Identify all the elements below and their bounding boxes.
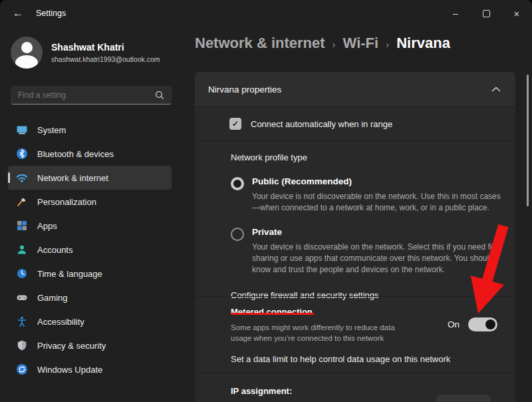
close-button[interactable]: ×	[501, 0, 532, 27]
toggle-knob	[485, 319, 495, 329]
user-email: shashwat.khatri1993@outlook.com	[51, 55, 160, 63]
sidebar-item-privacy-security[interactable]: Privacy & security	[8, 333, 172, 357]
breadcrumb: Network & internet › Wi-Fi › Nirvana	[195, 35, 450, 52]
system-icon	[16, 124, 28, 136]
avatar	[11, 37, 43, 69]
bluetooth-icon	[16, 148, 28, 160]
windows-update-icon	[16, 363, 28, 375]
check-icon: ✓	[232, 119, 239, 128]
connect-automatically-label[interactable]: Connect automatically when in range	[251, 119, 392, 129]
breadcrumb-network-internet[interactable]: Network & internet	[195, 35, 325, 52]
sidebar-item-accounts[interactable]: Accounts	[8, 238, 172, 262]
metered-toggle-group: On	[448, 317, 497, 331]
private-profile-option: Private Your device is discoverable on t…	[231, 227, 502, 275]
chevron-up-icon	[491, 87, 501, 92]
minimize-button[interactable]: –	[440, 0, 471, 27]
close-icon: ×	[514, 8, 520, 19]
maximize-icon	[483, 10, 490, 17]
sidebar-item-windows-update[interactable]: Windows Update	[8, 357, 172, 381]
sidebar: System Bluetooth & devices Network & int…	[8, 118, 172, 381]
privacy-security-icon	[16, 339, 28, 351]
edit-button[interactable]	[437, 395, 490, 402]
wifi-icon	[16, 172, 28, 184]
set-data-limit-link[interactable]: Set a data limit to help control data us…	[231, 354, 450, 364]
sidebar-item-network-internet[interactable]: Network & internet	[8, 166, 172, 190]
connect-automatically-checkbox[interactable]: ✓	[229, 118, 241, 130]
sidebar-item-accessibility[interactable]: Accessibility	[8, 309, 172, 333]
content-pane: Nirvana properties ✓ Connect automatical…	[195, 72, 515, 402]
sidebar-item-label: Privacy & security	[37, 341, 106, 351]
accounts-icon	[16, 244, 28, 256]
sidebar-item-label: Apps	[37, 221, 57, 231]
sidebar-item-label: Network & internet	[37, 173, 108, 183]
nirvana-properties-expander[interactable]: Nirvana properties	[195, 72, 515, 106]
gaming-icon	[16, 292, 28, 303]
sidebar-item-bluetooth-devices[interactable]: Bluetooth & devices	[8, 142, 172, 166]
sidebar-item-label: Gaming	[37, 293, 68, 303]
settings-window: ← Settings – × Shashwat Khatri shashwat.…	[0, 0, 532, 402]
user-profile: Shashwat Khatri shashwat.khatri1993@outl…	[11, 37, 160, 69]
back-arrow-icon: ←	[13, 7, 23, 19]
private-radio[interactable]	[231, 228, 244, 241]
metered-connection-description: Some apps might work differently to redu…	[231, 322, 398, 344]
personalization-icon	[16, 196, 28, 208]
annotation-underline	[231, 313, 314, 315]
private-radio-description: Your device is discoverable on the netwo…	[252, 242, 502, 275]
back-button[interactable]: ←	[7, 4, 29, 23]
titlebar: ← Settings – ×	[0, 0, 532, 27]
sidebar-item-label: System	[37, 125, 66, 135]
toggle-state-label: On	[448, 319, 460, 329]
metered-connection-toggle[interactable]	[468, 317, 497, 331]
page-title: Nirvana	[396, 35, 450, 52]
search-box[interactable]	[11, 86, 172, 104]
metered-connection-title: Metered connection	[231, 307, 313, 317]
magnifier-icon	[155, 91, 164, 100]
sidebar-item-time-language[interactable]: Time & language	[8, 262, 172, 286]
expander-title: Nirvana properties	[208, 85, 281, 95]
scrollbar-thumb[interactable]	[527, 75, 529, 206]
public-profile-option: Public (Recommended) Your device is not …	[231, 176, 502, 213]
window-controls: – ×	[440, 0, 532, 27]
sidebar-item-label: Accessibility	[37, 317, 84, 327]
breadcrumb-wifi[interactable]: Wi-Fi	[343, 35, 379, 52]
network-profile-heading: Network profile type	[231, 152, 502, 162]
sidebar-item-label: Personalization	[37, 197, 96, 207]
public-radio-label[interactable]: Public (Recommended)	[252, 176, 502, 188]
public-radio-description: Your device is not discoverable on the n…	[252, 191, 502, 214]
minimize-icon: –	[453, 8, 458, 19]
sidebar-item-label: Bluetooth & devices	[37, 149, 114, 159]
public-radio[interactable]	[231, 177, 244, 190]
sidebar-item-gaming[interactable]: Gaming	[8, 286, 172, 309]
sidebar-item-label: Time & language	[37, 269, 102, 279]
ip-assignment-section: IP assignment:	[195, 373, 515, 402]
user-name: Shashwat Khatri	[51, 42, 160, 53]
chevron-right-icon: ›	[332, 37, 336, 50]
sidebar-item-label: Accounts	[37, 245, 72, 255]
sidebar-item-apps[interactable]: Apps	[8, 214, 172, 238]
window-title: Settings	[36, 9, 66, 18]
private-radio-label[interactable]: Private	[252, 227, 502, 238]
chevron-right-icon: ›	[386, 37, 389, 50]
apps-icon	[16, 220, 28, 232]
sidebar-item-label: Windows Update	[37, 365, 102, 375]
search-input[interactable]	[18, 91, 155, 100]
metered-connection-section: Metered connection Some apps might work …	[195, 296, 515, 373]
network-profile-section: Network profile type Public (Recommended…	[195, 140, 515, 296]
sidebar-item-system[interactable]: System	[8, 118, 172, 142]
ip-assignment-label: IP assignment:	[231, 386, 292, 396]
time-language-icon	[16, 268, 28, 280]
maximize-button[interactable]	[471, 0, 501, 27]
connect-automatically-row: ✓ Connect automatically when in range	[195, 106, 515, 140]
sidebar-item-personalization[interactable]: Personalization	[8, 190, 172, 214]
accessibility-icon	[16, 315, 28, 327]
